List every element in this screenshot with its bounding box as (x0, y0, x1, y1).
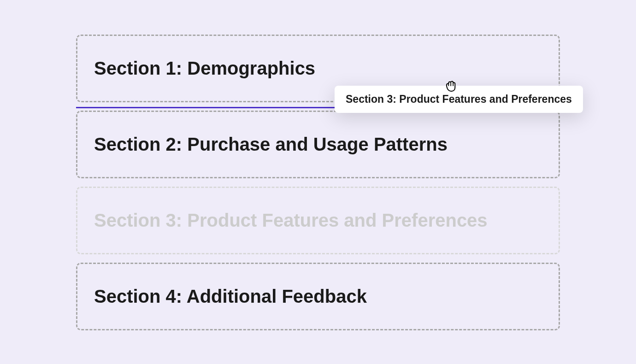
section-title: Section 1: Demographics (94, 58, 542, 79)
sections-container: Section 1: Demographics Section 2: Purch… (0, 0, 636, 349)
section-title: Section 4: Additional Feedback (94, 286, 542, 307)
section-card-2[interactable]: Section 2: Purchase and Usage Patterns (76, 111, 560, 178)
section-title: Section 3: Product Features and Preferen… (94, 210, 542, 231)
grab-cursor-icon (442, 77, 459, 94)
section-card-4[interactable]: Section 4: Additional Feedback (76, 263, 560, 330)
dragging-card-label: Section 3: Product Features and Preferen… (346, 93, 572, 106)
section-title: Section 2: Purchase and Usage Patterns (94, 134, 542, 155)
section-card-3-placeholder[interactable]: Section 3: Product Features and Preferen… (76, 187, 560, 254)
